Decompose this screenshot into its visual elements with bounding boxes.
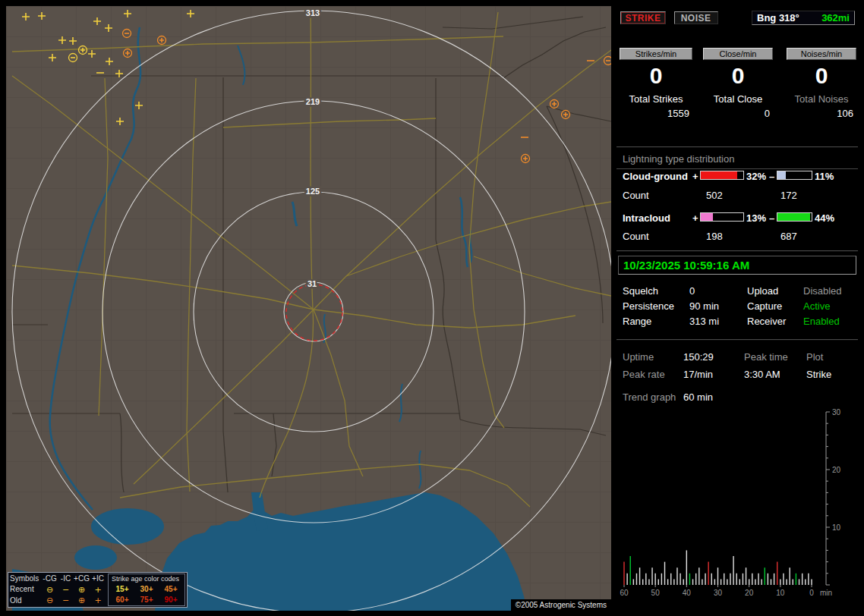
svg-text:20: 20	[832, 466, 841, 474]
persistence-label: Persistence	[623, 300, 674, 312]
pos-ic-old-icon: +	[90, 596, 106, 605]
age-code: 30+	[134, 584, 159, 595]
noise-mode-button[interactable]: NOISE	[674, 11, 718, 24]
datetime-text: 10/23/2025 10:59:16 AM	[623, 259, 749, 272]
pos-cg-recent-icon: ⊕	[74, 585, 90, 595]
age-code: 15+	[110, 584, 134, 595]
strikes-per-min-label: Strikes/min	[620, 48, 692, 60]
upload-value: Disabled	[803, 285, 842, 297]
age-code: 75+	[134, 595, 159, 605]
ring-label-125: 125	[306, 187, 320, 196]
ic-plus-pct: 13%	[746, 212, 766, 224]
peak-rate-label: Peak rate	[623, 369, 665, 380]
map-panel: 313 219 125 31 Symbols -CG -IC +CG +IC R…	[6, 6, 611, 611]
svg-text:10: 10	[776, 589, 785, 597]
age-codes-header: Strike age color codes	[110, 574, 183, 584]
cloud-ground-count-row: Count 502 172	[616, 190, 858, 202]
bearing-display: Bng 318° 362mi	[752, 11, 855, 25]
bearing-label: Bng 318°	[757, 12, 799, 24]
peak-time-value: 3:30 AM	[744, 369, 780, 380]
upload-label: Upload	[747, 285, 778, 297]
svg-text:20: 20	[745, 589, 754, 597]
app-window: 313 219 125 31 Symbols -CG -IC +CG +IC R…	[0, 0, 864, 616]
plus-sign: +	[692, 171, 698, 182]
status-row-squelch-upload: Squelch 0 Upload Disabled	[616, 285, 858, 297]
legend-col-neg-ic: -IC	[58, 574, 74, 584]
divider	[616, 250, 858, 252]
capture-value: Active	[803, 300, 830, 312]
persistence-value: 90 min	[689, 300, 719, 312]
cg-plus-count: 502	[706, 190, 723, 201]
svg-text:30: 30	[714, 589, 723, 597]
peak-rate-value: 17/min	[683, 369, 713, 380]
pos-cg-old-icon: ⊕	[74, 596, 90, 605]
ic-plus-bar	[700, 212, 744, 222]
receiver-value: Enabled	[803, 316, 840, 327]
neg-ic-old-icon: −	[58, 596, 74, 605]
close-rate-column: Close/min 0 Total Close 0	[703, 48, 773, 119]
ring-label-313: 313	[306, 8, 320, 17]
total-noises-value: 106	[787, 108, 856, 119]
map-legend: Symbols -CG -IC +CG +IC Recent ⊖ − ⊕ + O…	[8, 572, 188, 608]
trend-graph-row: Trend graph 60 min	[616, 391, 858, 403]
age-code: 90+	[159, 595, 183, 605]
legend-col-pos-ic: +IC	[90, 574, 106, 584]
strike-mode-button[interactable]: STRIKE	[620, 11, 666, 24]
svg-text:0: 0	[809, 589, 814, 597]
minus-sign: –	[769, 171, 774, 182]
radar-map[interactable]: 313 219 125 31	[6, 6, 611, 611]
copyright-text: ©2005 Astrogenic Systems	[511, 599, 611, 611]
close-per-min-label: Close/min	[703, 48, 773, 60]
stats-header-row: Uptime 150:29 Peak time Plot	[616, 351, 858, 363]
svg-text:min: min	[820, 589, 832, 597]
legend-recent-label: Recent	[10, 584, 42, 595]
legend-old-label: Old	[10, 596, 42, 606]
ring-label-31: 31	[307, 279, 317, 288]
divider	[616, 146, 858, 148]
squelch-label: Squelch	[623, 285, 658, 297]
svg-text:10: 10	[832, 523, 841, 532]
intracloud-label: Intracloud	[623, 212, 670, 224]
status-row-persistence-capture: Persistence 90 min Capture Active	[616, 300, 858, 312]
mode-buttons: STRIKE NOISE	[620, 11, 718, 24]
range-label: Range	[623, 316, 651, 327]
noises-per-min-value: 0	[815, 63, 828, 89]
total-strikes-value: 1559	[620, 108, 692, 119]
neg-cg-recent-icon: ⊖	[42, 585, 58, 595]
legend-symbols-grid: Symbols -CG -IC +CG +IC Recent ⊖ − ⊕ + O…	[10, 574, 106, 606]
datetime-display: 10/23/2025 10:59:16 AM	[618, 256, 856, 275]
neg-cg-old-icon: ⊖	[42, 596, 58, 605]
age-code: 60+	[110, 595, 134, 605]
intracloud-row: Intracloud + 13% – 44%	[616, 212, 858, 225]
minus-sign: –	[769, 212, 774, 224]
uptime-value: 150:29	[683, 351, 714, 363]
squelch-value: 0	[689, 285, 695, 297]
plus-sign: +	[692, 212, 698, 224]
count-label: Count	[623, 231, 649, 242]
cg-plus-bar	[700, 171, 744, 180]
ic-minus-count: 687	[780, 231, 797, 242]
trend-graph-window: 60 min	[683, 391, 713, 403]
cg-minus-count: 172	[780, 190, 797, 201]
capture-label: Capture	[747, 300, 782, 312]
pos-ic-recent-icon: +	[90, 585, 106, 595]
age-codes-recent-row: 15+ 30+ 45+	[110, 584, 183, 595]
ic-minus-pct: 44%	[815, 212, 834, 224]
distribution-title: Lightning type distribution	[616, 153, 858, 169]
status-row-range-receiver: Range 313 mi Receiver Enabled	[616, 316, 858, 327]
plot-value: Strike	[806, 369, 831, 380]
cg-minus-pct: 11%	[815, 171, 834, 182]
bearing-distance: 362mi	[821, 12, 850, 24]
divider	[616, 339, 858, 341]
legend-age-codes: Strike age color codes 15+ 30+ 45+ 60+ 7…	[108, 574, 185, 606]
svg-text:60: 60	[620, 589, 629, 597]
neg-ic-recent-icon: −	[58, 585, 74, 595]
trend-graph-label: Trend graph	[623, 391, 676, 403]
total-noises-label: Total Noises	[795, 93, 849, 105]
noises-per-min-label: Noises/min	[787, 48, 856, 60]
svg-text:50: 50	[651, 589, 661, 597]
trend-graph: 1020306050403020100min	[618, 408, 856, 607]
cloud-ground-row: Cloud-ground + 32% – 11%	[616, 171, 858, 183]
control-sidebar: STRIKE NOISE Bng 318° 362mi Strikes/min …	[616, 6, 858, 610]
noises-rate-column: Noises/min 0 Total Noises 106	[787, 48, 856, 119]
